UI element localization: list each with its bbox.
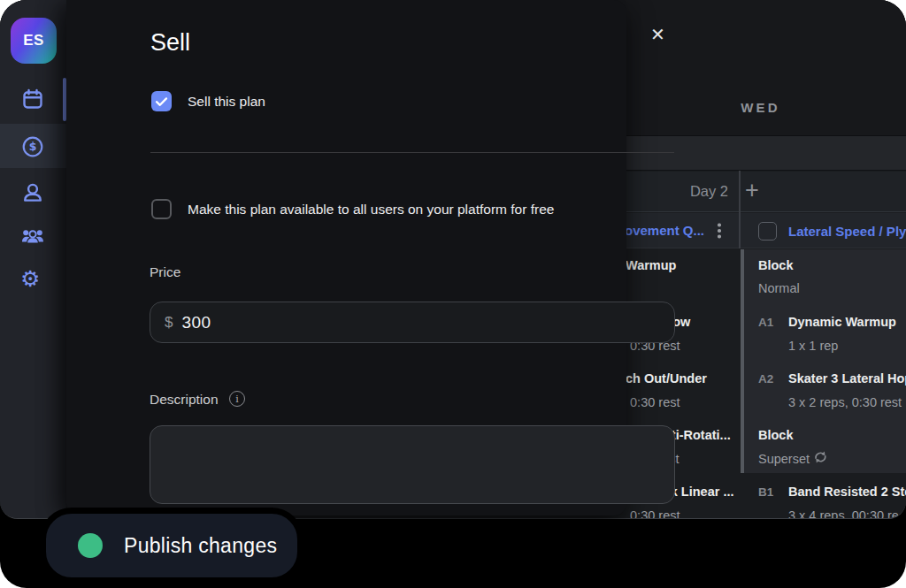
price-input[interactable] bbox=[181, 313, 624, 332]
sell-modal: Sell ✕ Sell this plan Make this plan ava… bbox=[66, 0, 626, 515]
description-textarea[interactable] bbox=[150, 425, 675, 504]
price-field-container: $ bbox=[150, 302, 675, 343]
exercise-name[interactable]: Band Resisted 2 Step bbox=[788, 485, 906, 500]
add-column-button[interactable]: + bbox=[745, 177, 759, 204]
sell-this-plan-label: Sell this plan bbox=[188, 94, 265, 110]
plan-select-checkbox[interactable] bbox=[758, 222, 777, 241]
plan-title-link-right[interactable]: Lateral Speed / Plyo bbox=[788, 224, 906, 239]
modal-title: Sell bbox=[150, 29, 190, 57]
exercise-name[interactable]: Dynamic Warmup bbox=[788, 315, 896, 330]
calendar-icon[interactable] bbox=[21, 88, 44, 111]
exercise-detail: , 0:30 rest bbox=[623, 508, 680, 519]
plan-menu-icon[interactable] bbox=[718, 229, 721, 233]
client-icon[interactable] bbox=[21, 181, 44, 204]
block-type: Superset bbox=[758, 452, 810, 467]
exercise-name: ch Out/Under bbox=[626, 371, 707, 386]
checkmark-icon bbox=[155, 96, 168, 107]
price-label: Price bbox=[150, 264, 180, 280]
free-plan-label: Make this plan available to all users on… bbox=[188, 202, 554, 218]
exercise-detail: 1 x 1 rep bbox=[788, 339, 838, 354]
block-label: Block bbox=[758, 258, 794, 273]
free-plan-checkbox[interactable] bbox=[151, 199, 172, 219]
exercise-tag: B1 bbox=[758, 485, 773, 500]
block-type: Normal bbox=[758, 281, 800, 296]
exercise-tag: A1 bbox=[758, 316, 773, 330]
payments-icon[interactable]: $ bbox=[21, 135, 44, 158]
sidebar: ES $ bbox=[0, 0, 66, 519]
settings-icon[interactable]: ⚙ bbox=[20, 268, 40, 290]
team-icon[interactable] bbox=[21, 225, 44, 248]
exercise-tag: A2 bbox=[758, 372, 773, 386]
publish-changes-button[interactable]: Publish changes bbox=[40, 508, 303, 584]
description-label: Description bbox=[150, 392, 219, 408]
superset-cycle-icon bbox=[813, 450, 828, 464]
exercise-name: Warmup bbox=[626, 258, 676, 273]
exercise-detail: 3 x 4 reps, 00:30 re bbox=[788, 508, 899, 519]
exercise-detail: , 0:30 rest bbox=[623, 395, 680, 410]
exercise-name[interactable]: Skater 3 Lateral Hop bbox=[788, 371, 906, 386]
divider bbox=[150, 152, 674, 153]
plan-title-link-left[interactable]: ovement Q... bbox=[625, 223, 704, 238]
block-label: Block bbox=[758, 428, 794, 443]
currency-symbol: $ bbox=[165, 314, 173, 332]
avatar[interactable]: ES bbox=[11, 18, 57, 64]
publish-changes-label: Publish changes bbox=[124, 534, 277, 558]
sell-this-plan-checkbox[interactable] bbox=[151, 91, 172, 111]
column-title-day2[interactable]: Day 2 bbox=[640, 183, 728, 200]
day-label-wed: WED bbox=[698, 100, 823, 115]
close-icon[interactable]: ✕ bbox=[645, 23, 671, 47]
exercise-detail: 3 x 2 reps, 0:30 rest bbox=[788, 395, 902, 410]
info-icon[interactable]: i bbox=[229, 391, 245, 407]
svg-text:$: $ bbox=[29, 140, 37, 153]
screen: WED Day 2 + ovement Q... Warmup Plank Ro… bbox=[0, 0, 906, 588]
status-dot-icon bbox=[78, 533, 103, 558]
column-divider bbox=[739, 171, 741, 248]
